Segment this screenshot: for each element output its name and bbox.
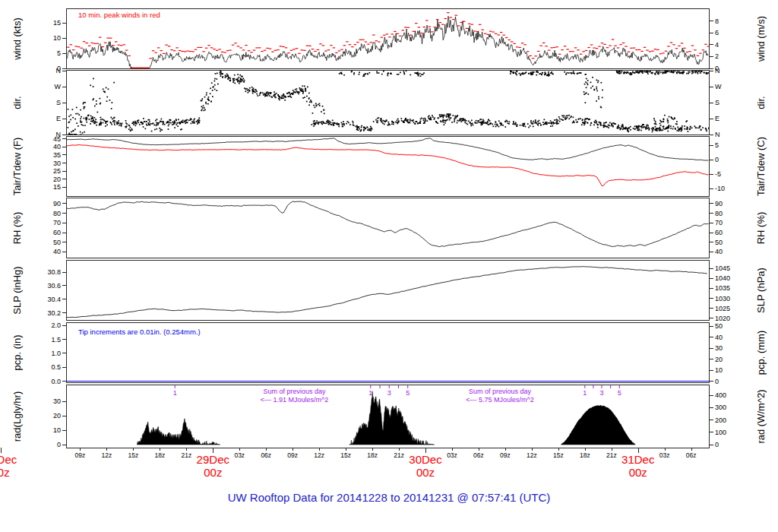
temp-right-tick bbox=[710, 160, 713, 160]
x-axis-tick-label: 06z bbox=[678, 451, 704, 459]
temp-left-tick bbox=[62, 179, 66, 179]
temp-left-tick-label: 40 bbox=[29, 143, 61, 150]
slp-left-axis-title: SLP (inHg) bbox=[11, 266, 23, 314]
wind-left-tick bbox=[62, 23, 66, 24]
wind-left-tick-label: 15 bbox=[29, 19, 61, 27]
pcp-right-tick-label: 40 bbox=[715, 334, 750, 341]
rad-sum-annotation-1-line2: <--- 1.91 MJoules/m^2 bbox=[261, 396, 329, 404]
rad-left-tick-label: 10 bbox=[29, 426, 61, 434]
pcp-left-tick-label: 0.0 bbox=[29, 378, 61, 385]
rad-right-tick bbox=[710, 407, 713, 408]
pcp-tip-note: Tip increments are 0.01in. (0.254mm.) bbox=[78, 328, 201, 336]
x-axis-tick bbox=[160, 448, 160, 451]
slp-right-tick-label: 1045 bbox=[715, 264, 750, 272]
rad-milestone-label: 1 bbox=[368, 389, 372, 397]
slp-right-tick-label: 1035 bbox=[715, 284, 750, 292]
rad-sum-annotation-2: Sum of previous day <--- 5.75 MJoules/m^… bbox=[466, 388, 534, 404]
dir-left-tick bbox=[62, 71, 66, 71]
temp-left-tick-label: 20 bbox=[29, 176, 61, 183]
pcp-right-tick-label: 10 bbox=[715, 366, 750, 374]
date-label-hour: 00z bbox=[0, 466, 31, 479]
wind-right-tick bbox=[710, 68, 713, 69]
dir-right-tick bbox=[710, 103, 713, 103]
rad-sum-annotation-2-line2: <--- 5.75 MJoules/m^2 bbox=[466, 396, 534, 404]
pcp-left-tick-label: 1.0 bbox=[29, 350, 61, 357]
x-axis-tick bbox=[319, 448, 320, 451]
x-axis-tick bbox=[505, 448, 506, 451]
wind-right-tick-label: 6 bbox=[715, 29, 750, 36]
temp-left-tick-label: 45 bbox=[29, 135, 61, 143]
x-axis-tick bbox=[691, 448, 692, 451]
dir-left-tick bbox=[62, 135, 66, 135]
dir-right-tick-label: W bbox=[715, 83, 750, 90]
slp-left-tick bbox=[62, 299, 66, 299]
dir-left-tick bbox=[62, 119, 66, 119]
wind-left-tick bbox=[62, 68, 66, 69]
pcp-left-tick bbox=[62, 353, 66, 353]
date-label-hour: 00z bbox=[395, 466, 456, 479]
rh-right-axis-title: RH (%) bbox=[755, 212, 767, 245]
rad-right-tick bbox=[710, 395, 713, 396]
rad-milestone-label: 3 bbox=[599, 389, 603, 397]
rad-sum-annotation-1: Sum of previous day <--- 1.91 MJoules/m^… bbox=[261, 388, 329, 404]
x-axis-day-tick bbox=[425, 448, 426, 453]
pcp-right-tick bbox=[710, 348, 713, 349]
rad-left-tick bbox=[62, 416, 66, 416]
x-axis-tick bbox=[133, 448, 134, 451]
x-axis-tick-label: 18z bbox=[147, 451, 172, 459]
rh-right-tick bbox=[710, 203, 713, 204]
wind-left-tick-label: 5 bbox=[29, 49, 61, 57]
rad-left-tick bbox=[62, 430, 66, 431]
rad-right-tick-label: 400 bbox=[715, 391, 750, 399]
x-axis-day-tick bbox=[1, 448, 2, 453]
pcp-left-tick bbox=[62, 381, 66, 382]
temp-left-tick bbox=[62, 138, 66, 139]
slp-right-axis-title: SLP (hPa) bbox=[755, 268, 767, 313]
x-axis-date-label: 30Dec00z bbox=[395, 453, 456, 479]
pcp-left-tick-label: 2.0 bbox=[29, 321, 61, 329]
x-axis-date-label: 29Dec00z bbox=[182, 453, 243, 479]
pcp-right-tick bbox=[710, 381, 713, 382]
rh-left-tick-label: 40 bbox=[29, 248, 61, 255]
pcp-left-tick bbox=[62, 339, 66, 340]
rh-left-tick bbox=[62, 203, 66, 204]
slp-right-tick-label: 1030 bbox=[715, 295, 750, 302]
wind-left-tick bbox=[62, 53, 66, 54]
x-axis-tick bbox=[372, 448, 373, 451]
figure-title: UW Rooftop Data for 20141228 to 20141231… bbox=[0, 491, 778, 504]
slp-left-tick-label: 30.2 bbox=[29, 309, 61, 317]
rad-left-axis-title: rad(Lgly/hr) bbox=[11, 391, 23, 442]
rh-right-tick bbox=[710, 252, 713, 252]
date-label-hour: 00z bbox=[182, 466, 243, 479]
pcp-left-tick bbox=[62, 325, 66, 326]
x-axis-tick-label: 09z bbox=[492, 451, 518, 459]
rh-left-tick-label: 80 bbox=[29, 210, 61, 217]
dir-right-axis-title: dir. bbox=[755, 96, 767, 109]
rad-left-tick bbox=[62, 445, 66, 445]
wind-right-tick bbox=[710, 21, 713, 21]
wind-peak-note: 10 min. peak winds in red bbox=[78, 11, 160, 19]
dir-panel bbox=[66, 70, 710, 135]
dir-left-tick-label: E bbox=[29, 115, 61, 122]
rh-right-tick bbox=[710, 242, 713, 242]
x-axis-tick-label: 12z bbox=[93, 451, 119, 459]
rh-right-tick-label: 40 bbox=[715, 248, 750, 255]
rad-milestone-label: 1 bbox=[583, 389, 587, 397]
temp-left-axis-title: Tair/Tdew (F) bbox=[11, 138, 23, 196]
x-axis-tick bbox=[266, 448, 267, 451]
pcp-right-tick-label: 0 bbox=[715, 378, 750, 385]
date-label-day: 30Dec bbox=[395, 453, 456, 466]
pcp-right-tick bbox=[710, 337, 713, 337]
rad-right-tick bbox=[710, 432, 713, 432]
temp-left-tick bbox=[62, 163, 66, 163]
x-axis-tick bbox=[239, 448, 240, 451]
pcp-right-tick bbox=[710, 326, 713, 327]
rh-right-tick-label: 60 bbox=[715, 229, 750, 236]
x-axis-date-label: 31Dec00z bbox=[608, 453, 669, 479]
slp-left-tick bbox=[62, 272, 66, 273]
slp-right-tick-label: 1040 bbox=[715, 274, 750, 282]
dir-right-tick bbox=[710, 87, 713, 87]
x-axis-tick bbox=[452, 448, 453, 451]
x-axis-date-label: 28Dec00z bbox=[0, 453, 31, 479]
temp-left-tick-label: 15 bbox=[29, 183, 61, 191]
